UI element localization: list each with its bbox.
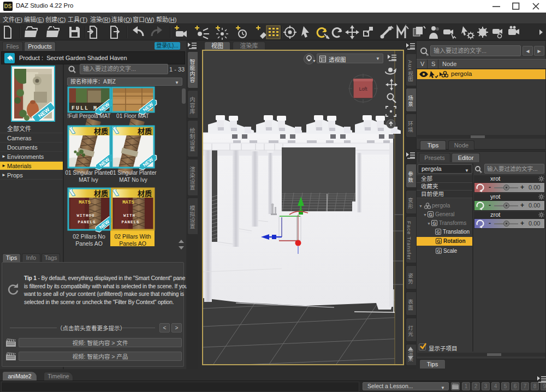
svg-text:材质: 材质 [138,189,152,198]
svg-text:材质: 材质 [138,127,152,135]
svg-text:01 Singular Planter: 01 Singular Planter [65,170,112,176]
svg-text:01 Floor MAT: 01 Floor MAT [116,113,149,119]
svg-text:材质: 材质 [94,127,108,135]
svg-text:Panels AO: Panels AO [75,240,103,247]
svg-text:FULL M: FULL M [72,105,98,111]
svg-text:材质: 材质 [94,189,108,198]
svg-text:MAT Ivy: MAT Ivy [79,177,98,183]
svg-text:WITH: WITH [123,213,135,218]
svg-text:02 Pillars No: 02 Pillars No [73,233,105,240]
svg-text:MATS: MATS [122,200,134,205]
svg-text:PANELS: PANELS [121,220,139,224]
svg-text:MATS: MATS [79,200,91,205]
svg-text:Panels AO: Panels AO [119,240,146,247]
svg-text:02 Pillars With: 02 Pillars With [114,233,151,240]
svg-text:01 Singular Planter: 01 Singular Planter [110,170,157,176]
svg-text:WITHOU: WITHOU [76,213,94,218]
svg-text:Loft: Loft [359,86,367,92]
svg-text:PANELS: PANELS [78,220,96,224]
svg-text:!Full Pergola MAT: !Full Pergola MAT [67,113,110,119]
svg-text:MAT No Ivy: MAT No Ivy [119,177,147,183]
